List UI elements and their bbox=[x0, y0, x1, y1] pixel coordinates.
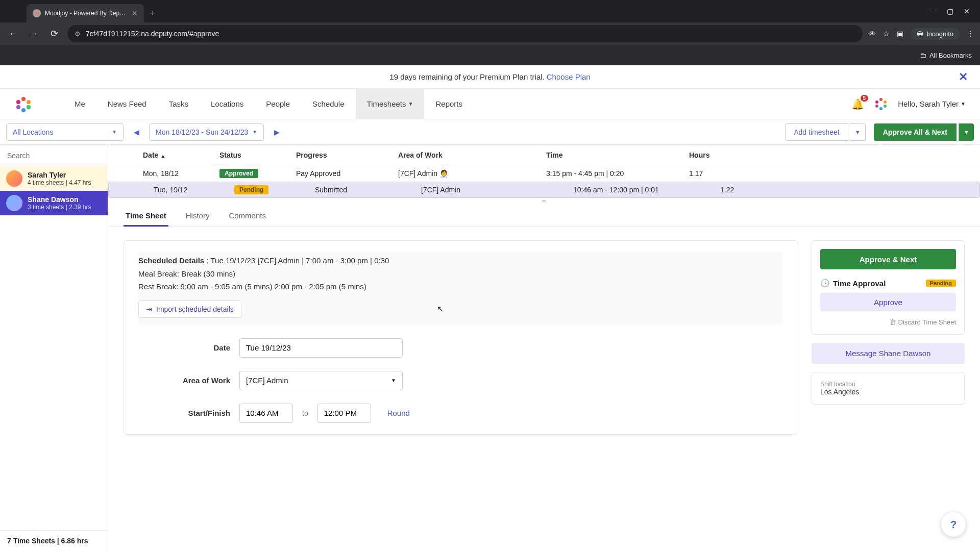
col-time[interactable]: Time bbox=[542, 151, 685, 159]
add-timesheet-button[interactable]: Add timesheet bbox=[785, 123, 848, 141]
svg-point-2 bbox=[27, 105, 31, 109]
approve-and-next-button[interactable]: Approve & Next bbox=[820, 249, 956, 269]
side-panel-icon[interactable]: ▣ bbox=[897, 30, 903, 38]
area-of-work-select[interactable]: [7CF] Admin▼ bbox=[239, 371, 403, 390]
back-icon[interactable]: ← bbox=[6, 29, 20, 39]
nav-tasks[interactable]: Tasks bbox=[158, 89, 200, 119]
next-week-button[interactable]: ▶ bbox=[269, 123, 284, 141]
chevron-down-icon: ▼ bbox=[112, 129, 117, 135]
status-badge: Pending bbox=[926, 280, 956, 287]
maximize-icon[interactable]: ▢ bbox=[947, 7, 953, 15]
svg-point-11 bbox=[875, 101, 878, 104]
incognito-icon: 🕶 bbox=[917, 30, 923, 38]
table-row[interactable]: Tue, 19/12 Pending Submitted [7CF] Admin… bbox=[108, 182, 980, 198]
nav-reports[interactable]: Reports bbox=[424, 89, 474, 119]
resize-handle[interactable]: ═ bbox=[108, 198, 980, 203]
nav-locations[interactable]: Locations bbox=[200, 89, 255, 119]
svg-point-8 bbox=[884, 105, 887, 108]
address-bar[interactable]: ⚙ 7cf47d19112152.na.deputy.com/#approve bbox=[67, 25, 863, 42]
import-icon: ⇥ bbox=[146, 305, 152, 313]
svg-point-7 bbox=[884, 101, 887, 104]
col-status[interactable]: Status bbox=[215, 151, 292, 159]
close-window-icon[interactable]: ✕ bbox=[964, 7, 970, 15]
tab-time-sheet[interactable]: Time Sheet bbox=[124, 206, 168, 227]
close-tab-icon[interactable]: ✕ bbox=[132, 9, 138, 17]
sort-asc-icon: ▲ bbox=[160, 153, 165, 159]
table-row[interactable]: Mon, 18/12 Approved Pay Approved [7CF] A… bbox=[108, 165, 980, 182]
nav-people[interactable]: People bbox=[255, 89, 301, 119]
choose-plan-link[interactable]: Choose Plan bbox=[547, 72, 591, 81]
incognito-eye-icon[interactable]: 👁 bbox=[869, 30, 876, 38]
svg-point-3 bbox=[21, 108, 26, 112]
nav-me[interactable]: Me bbox=[63, 89, 96, 119]
close-banner-icon[interactable]: ✕ bbox=[959, 70, 968, 84]
svg-point-1 bbox=[27, 100, 31, 104]
trial-banner: 19 days remaining of your Premium Plan t… bbox=[0, 65, 980, 89]
site-settings-icon[interactable]: ⚙ bbox=[75, 30, 81, 38]
clock-icon: 🕓 bbox=[820, 279, 830, 288]
table-header: Date▲ Status Progress Area of Work Time … bbox=[108, 145, 980, 165]
start-time-input[interactable] bbox=[239, 404, 293, 423]
tab-title: Moodjoy - Powered By Deputy bbox=[45, 10, 128, 17]
tab-history[interactable]: History bbox=[184, 206, 212, 227]
employee-item-shane[interactable]: Shane Dawson 3 time sheets | 2.39 hrs bbox=[0, 191, 108, 215]
forward-icon[interactable]: → bbox=[27, 29, 41, 39]
chevron-down-icon: ▼ bbox=[961, 101, 966, 107]
notif-badge: 5 bbox=[861, 95, 869, 102]
col-hours[interactable]: Hours bbox=[685, 151, 973, 159]
svg-point-6 bbox=[879, 98, 883, 101]
svg-point-9 bbox=[879, 107, 883, 110]
approve-button[interactable]: Approve bbox=[820, 293, 956, 311]
message-employee-button[interactable]: Message Shane Dawson bbox=[812, 343, 965, 364]
date-range-selector[interactable]: Mon 18/12/23 - Sun 24/12/23▼ bbox=[149, 123, 264, 141]
folder-icon: 🗀 bbox=[920, 52, 926, 59]
reload-icon[interactable]: ⟳ bbox=[47, 28, 61, 39]
prev-week-button[interactable]: ◀ bbox=[129, 123, 144, 141]
approve-all-button[interactable]: Approve All & Next bbox=[874, 123, 957, 141]
chevron-down-icon: ▼ bbox=[252, 129, 257, 135]
location-selector[interactable]: All Locations▼ bbox=[6, 123, 124, 141]
import-scheduled-button[interactable]: ⇥Import scheduled details bbox=[138, 300, 241, 318]
all-bookmarks-button[interactable]: 🗀 All Bookmarks bbox=[920, 52, 972, 59]
nav-news-feed[interactable]: News Feed bbox=[96, 89, 158, 119]
incognito-indicator[interactable]: 🕶 Incognito bbox=[911, 28, 960, 40]
discard-timesheet-link[interactable]: 🗑 Discard Time Sheet bbox=[820, 318, 956, 326]
bookmark-star-icon[interactable]: ☆ bbox=[883, 30, 890, 38]
shift-location-card: Shift location Los Angeles bbox=[812, 372, 965, 405]
date-input[interactable] bbox=[239, 338, 403, 358]
approve-all-menu[interactable]: ▼ bbox=[959, 123, 974, 141]
minimize-icon[interactable]: ― bbox=[929, 7, 937, 15]
status-badge: Approved bbox=[219, 169, 258, 178]
avatar bbox=[6, 195, 22, 211]
notifications-bell[interactable]: 🔔5 bbox=[851, 98, 864, 110]
sidebar-summary: 7 Time Sheets | 6.86 hrs bbox=[0, 530, 108, 551]
status-badge: Pending bbox=[234, 185, 268, 194]
browser-menu-icon[interactable]: ⋮ bbox=[967, 30, 974, 38]
employee-item-sarah[interactable]: Sarah Tyler 4 time sheets | 4.47 hrs bbox=[0, 166, 108, 191]
browser-tab[interactable]: Moodjoy - Powered By Deputy ✕ bbox=[27, 4, 144, 22]
url-text: 7cf47d19112152.na.deputy.com/#approve bbox=[86, 30, 219, 38]
help-button[interactable]: ? bbox=[941, 512, 966, 537]
trash-icon: 🗑 bbox=[890, 318, 896, 326]
user-avatar-logo[interactable] bbox=[873, 96, 889, 112]
new-tab-button[interactable]: + bbox=[144, 8, 162, 19]
timesheet-detail-panel: Scheduled Details : Tue 19/12/23 [7CF] A… bbox=[124, 240, 798, 435]
employee-search-input[interactable] bbox=[0, 145, 108, 166]
chevron-down-icon: ▼ bbox=[408, 101, 413, 107]
user-menu[interactable]: Hello, Sarah Tyler▼ bbox=[898, 99, 966, 108]
col-area[interactable]: Area of Work bbox=[394, 151, 542, 159]
nav-schedule[interactable]: Schedule bbox=[301, 89, 356, 119]
svg-point-0 bbox=[21, 97, 26, 101]
col-date[interactable]: Date▲ bbox=[139, 151, 215, 159]
app-logo[interactable] bbox=[14, 95, 33, 113]
svg-point-5 bbox=[16, 100, 20, 104]
avatar bbox=[6, 170, 22, 187]
svg-point-10 bbox=[875, 105, 878, 108]
add-timesheet-menu[interactable]: ▼ bbox=[850, 123, 866, 141]
tab-comments[interactable]: Comments bbox=[227, 206, 268, 227]
finish-time-input[interactable] bbox=[317, 404, 371, 423]
col-progress[interactable]: Progress bbox=[292, 151, 394, 159]
round-link[interactable]: Round bbox=[387, 409, 410, 417]
svg-point-4 bbox=[16, 105, 20, 109]
nav-timesheets[interactable]: Timesheets▼ bbox=[356, 89, 425, 119]
